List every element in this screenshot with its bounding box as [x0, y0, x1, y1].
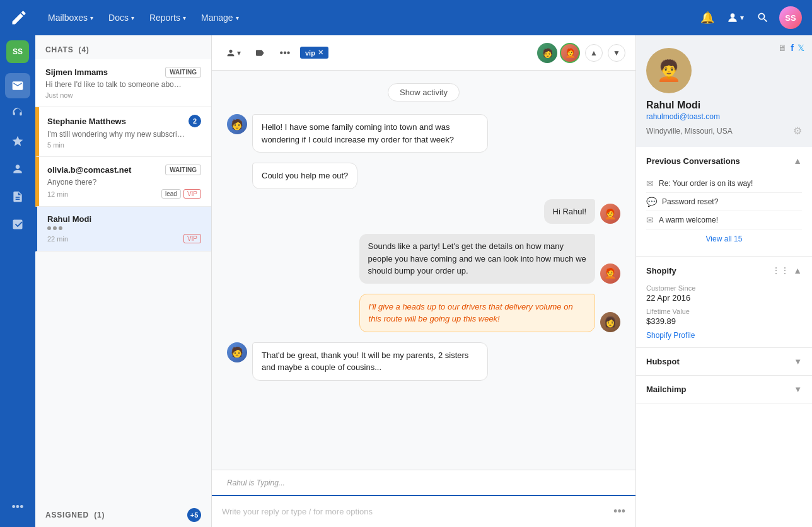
- assign-button[interactable]: ▾: [222, 43, 245, 63]
- notification-bell-icon[interactable]: 🔔: [696, 6, 719, 29]
- chat-icon: 💬: [646, 197, 657, 207]
- prev-conv-item[interactable]: ✉ Re: Your order is on its way!: [646, 175, 802, 193]
- email-icon: ✉: [646, 178, 654, 188]
- prev-conversation-button[interactable]: ▲: [585, 44, 603, 62]
- top-navigation: Mailboxes ▾ Docs ▾ Reports ▾ Manage ▾ 🔔 …: [0, 0, 812, 35]
- message-bubble: Hi Rahul!: [544, 199, 595, 224]
- chat-item-olivia[interactable]: olivia.b@comcast.net WAITING Anyone ther…: [35, 157, 211, 207]
- nav-docs[interactable]: Docs ▾: [101, 9, 142, 26]
- message-bubble: Could you help me out?: [252, 163, 357, 189]
- reply-input[interactable]: Write your reply or type / for more opti…: [222, 507, 613, 516]
- hubspot-header[interactable]: Hubspot ▼: [636, 348, 812, 375]
- current-user-icon[interactable]: SS: [6, 40, 29, 63]
- chevron-down-icon: ▼: [794, 385, 802, 394]
- prev-conv-item[interactable]: 💬 Password reset?: [646, 193, 802, 211]
- chat-preview: I'm still wondering why my new subscript…: [47, 130, 186, 139]
- agent-avatar: 🧑‍🦰: [560, 43, 580, 63]
- app-logo[interactable]: [10, 9, 28, 26]
- icon-navigation: SS •••: [0, 35, 35, 527]
- chat-name: olivia.b@comcast.net: [47, 165, 131, 175]
- message-avatar: 🧑: [227, 342, 247, 362]
- star-icon[interactable]: [5, 129, 30, 154]
- search-icon[interactable]: [751, 6, 774, 29]
- message-row: 🧑 That'd be great, thank you! It will be…: [227, 342, 620, 381]
- reply-area[interactable]: Write your reply or type / for more opti…: [212, 495, 635, 527]
- message-avatar: 🧑: [227, 114, 247, 134]
- shopify-header[interactable]: Shopify ⋮⋮ ▲: [636, 257, 812, 284]
- monitor-icon[interactable]: 🖥: [778, 43, 787, 53]
- customer-avatar: 🧑: [537, 43, 557, 63]
- nav-mailboxes[interactable]: Mailboxes ▾: [40, 9, 101, 26]
- view-all-conversations-link[interactable]: View all 15: [646, 229, 802, 248]
- message-bubble: That'd be great, thank you! It will be m…: [252, 342, 488, 381]
- message-bubble: Sounds like a party! Let's get the detai…: [359, 234, 595, 284]
- chats-heading: CHATS (4): [45, 45, 90, 54]
- more-icon[interactable]: •••: [5, 494, 30, 519]
- prev-conversations-header[interactable]: Previous Conversations ▲: [636, 147, 812, 175]
- chat-sidebar: CHATS (4) Sijmen Immams WAITING Hi there…: [35, 35, 212, 527]
- headset-icon[interactable]: [5, 101, 30, 126]
- chat-time: 12 min: [47, 190, 68, 198]
- right-panel: 🖥 f 𝕏 🧑‍🦱 Rahul Modi rahulmodi@toast.com…: [635, 35, 812, 527]
- waiting-badge: WAITING: [165, 165, 201, 175]
- person-icon[interactable]: [5, 156, 30, 182]
- next-conversation-button[interactable]: ▼: [608, 44, 625, 62]
- chevron-up-icon: ▲: [793, 265, 802, 275]
- chat-item-stephanie[interactable]: Stephanie Matthews 2 I'm still wondering…: [35, 107, 211, 157]
- profile-section: 🖥 f 𝕏 🧑‍🦱 Rahul Modi rahulmodi@toast.com…: [636, 35, 812, 147]
- typing-dots: [47, 226, 62, 230]
- profile-email[interactable]: rahulmodi@toast.com: [646, 112, 802, 121]
- document-icon[interactable]: [5, 184, 30, 209]
- prev-conversations-title: Previous Conversations: [646, 156, 740, 166]
- agent-avatar: 🧑‍🦰: [600, 204, 620, 224]
- message-text: Hello! I have some family coming into to…: [252, 114, 488, 153]
- chat-list: Sijmen Immams WAITING Hi there I'd like …: [35, 59, 211, 502]
- message-text: Could you help me out?: [252, 163, 357, 189]
- chat-item-rahul[interactable]: Rahul Modi 22 min VIP: [35, 207, 211, 252]
- more-options-button[interactable]: •••: [275, 43, 295, 63]
- label-button[interactable]: [250, 43, 270, 63]
- assigned-title: ASSIGNED (1): [45, 511, 105, 519]
- reply-more-options[interactable]: •••: [613, 505, 625, 518]
- chart-icon[interactable]: [5, 212, 30, 237]
- profile-icons: 🖥 f 𝕏: [778, 43, 804, 53]
- hubspot-title: Hubspot: [646, 357, 680, 366]
- chat-preview: Hi there I'd like to talk to someone abo…: [45, 80, 184, 89]
- user-settings-icon[interactable]: ▾: [724, 6, 746, 29]
- message-row: 🧑‍🦰 Hi Rahul!: [227, 199, 620, 224]
- message-row: Could you help me out?: [227, 163, 620, 189]
- nav-manage[interactable]: Manage ▾: [194, 9, 246, 26]
- message-text: Hi Rahul!: [544, 199, 595, 224]
- user-avatar[interactable]: SS: [779, 6, 802, 29]
- lifetime-value-label: Lifetime Value: [646, 308, 802, 315]
- remove-vip-tag-button[interactable]: ✕: [318, 49, 323, 57]
- unread-badge: 2: [188, 115, 201, 127]
- chat-area: ▾ ••• vip ✕ 🧑 🧑‍🦰 ▲ ▼ Show activity: [212, 35, 635, 527]
- message-bubble: Hello! I have some family coming into to…: [252, 114, 488, 153]
- chevron-down-icon: ▾: [236, 14, 239, 21]
- chevron-down-icon: ▾: [90, 14, 93, 21]
- nav-reports[interactable]: Reports ▾: [142, 9, 194, 26]
- message-row: 🧑 Hello! I have some family coming into …: [227, 114, 620, 153]
- waiting-badge: WAITING: [165, 67, 201, 78]
- chat-name: Sijmen Immams: [45, 67, 108, 77]
- vip-filter-tag[interactable]: vip ✕: [300, 47, 328, 59]
- twitter-icon[interactable]: 𝕏: [798, 43, 804, 53]
- chevron-up-icon: ▲: [793, 156, 802, 166]
- show-activity-button[interactable]: Show activity: [388, 83, 460, 101]
- profile-settings-icon[interactable]: ⚙: [793, 125, 802, 137]
- message-bubble: I'll give a heads up to our drivers that…: [359, 294, 595, 332]
- shopify-title: Shopify: [646, 266, 676, 275]
- prev-conv-item[interactable]: ✉ A warm welcome!: [646, 211, 802, 229]
- inbox-icon[interactable]: [5, 73, 30, 98]
- email-icon: ✉: [646, 215, 654, 225]
- profile-name: Rahul Modi: [646, 100, 802, 111]
- chat-item-sijmen[interactable]: Sijmen Immams WAITING Hi there I'd like …: [35, 59, 211, 107]
- chat-name: Rahul Modi: [47, 214, 91, 224]
- mailchimp-header[interactable]: Mailchimp ▼: [636, 376, 812, 403]
- grid-icon: ⋮⋮: [772, 265, 789, 275]
- facebook-icon[interactable]: f: [791, 43, 794, 53]
- shopify-profile-link[interactable]: Shopify Profile: [646, 331, 802, 340]
- shopify-section: Shopify ⋮⋮ ▲ Customer Since 22 Apr 2016 …: [636, 257, 812, 348]
- vip-tag: VIP: [183, 234, 201, 243]
